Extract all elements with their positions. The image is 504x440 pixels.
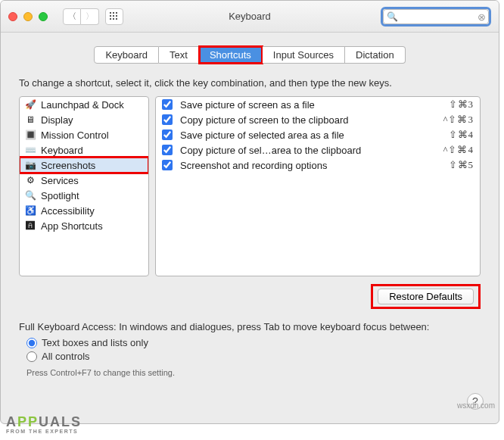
shortcut-row[interactable]: Copy picture of sel…area to the clipboar… bbox=[156, 142, 480, 158]
svg-rect-5 bbox=[116, 15, 117, 17]
category-label: Spotlight bbox=[41, 190, 79, 201]
search-input[interactable] bbox=[383, 9, 489, 24]
shortcut-keys[interactable]: ⇧⌘3 bbox=[449, 98, 474, 111]
shortcut-row[interactable]: Save picture of selected area as a file⇧… bbox=[156, 127, 480, 142]
shortcut-label: Copy picture of sel…area to the clipboar… bbox=[180, 145, 443, 156]
shortcut-keys[interactable]: ⇧⌘4 bbox=[449, 129, 474, 141]
category-label: Accessibility bbox=[41, 205, 95, 217]
svg-rect-8 bbox=[116, 18, 117, 20]
titlebar: 〈 〉 Keyboard 🔍 ⊗ bbox=[1, 1, 499, 33]
category-keyboard[interactable]: ⌨️Keyboard bbox=[20, 142, 148, 158]
fka-option-label: All controls bbox=[42, 351, 90, 362]
svg-rect-3 bbox=[110, 15, 111, 17]
category-spotlight[interactable]: 🔍Spotlight bbox=[20, 188, 148, 203]
tab-input-sources[interactable]: Input Sources bbox=[263, 46, 345, 64]
fka-radio[interactable] bbox=[26, 338, 37, 348]
logo-sub: FROM THE EXPERTS bbox=[6, 429, 82, 434]
attribution: wsxdn.com bbox=[457, 401, 495, 410]
zoom-window-icon[interactable] bbox=[39, 12, 48, 21]
category-label: Mission Control bbox=[41, 130, 109, 141]
shortcut-row[interactable]: Save picture of screen as a file⇧⌘3 bbox=[156, 97, 480, 112]
category-label: Display bbox=[41, 114, 73, 126]
screenshots-icon: 📷 bbox=[24, 159, 36, 171]
shortcut-label: Save picture of selected area as a file bbox=[180, 130, 449, 141]
search-wrap: 🔍 ⊗ bbox=[381, 7, 491, 27]
category-label: Services bbox=[41, 175, 79, 186]
category-display[interactable]: 🖥Display bbox=[20, 112, 148, 127]
tab-keyboard[interactable]: Keyboard bbox=[94, 46, 159, 64]
logo-green: PP bbox=[17, 414, 39, 429]
shortcut-keys[interactable]: ^⇧⌘3 bbox=[443, 114, 474, 126]
category-services[interactable]: ⚙Services bbox=[20, 173, 148, 188]
fka-hint: Press Control+F7 to change this setting. bbox=[26, 368, 481, 377]
svg-rect-2 bbox=[116, 12, 117, 14]
shortcut-checkbox[interactable] bbox=[162, 114, 173, 125]
logo: APPUALS FROM THE EXPERTS bbox=[6, 414, 82, 434]
shortcut-keys[interactable]: ^⇧⌘4 bbox=[443, 144, 474, 156]
fka-radio[interactable] bbox=[26, 351, 37, 362]
spotlight-icon: 🔍 bbox=[24, 189, 36, 201]
minimize-window-icon[interactable] bbox=[23, 12, 33, 21]
fka-option[interactable]: Text boxes and lists only bbox=[26, 337, 481, 348]
clear-search-icon[interactable]: ⊗ bbox=[478, 11, 486, 22]
category-screenshots[interactable]: 📷Screenshots bbox=[20, 158, 148, 173]
keyboard-icon: ⌨️ bbox=[24, 144, 36, 156]
close-window-icon[interactable] bbox=[8, 12, 17, 21]
full-keyboard-access-label: Full Keyboard Access: In windows and dia… bbox=[19, 321, 481, 332]
shortcut-checkbox[interactable] bbox=[162, 145, 173, 155]
accessibility-icon: ♿ bbox=[24, 204, 36, 217]
back-button[interactable]: 〈 bbox=[63, 8, 81, 25]
svg-rect-7 bbox=[113, 18, 114, 20]
shortcut-label: Save picture of screen as a file bbox=[180, 99, 449, 111]
mission-control-icon: 🔳 bbox=[24, 129, 36, 141]
category-mission-control[interactable]: 🔳Mission Control bbox=[20, 127, 148, 142]
category-list[interactable]: 🚀Launchpad & Dock🖥Display🔳Mission Contro… bbox=[19, 96, 149, 276]
window-title: Keyboard bbox=[229, 11, 271, 22]
svg-rect-0 bbox=[110, 12, 111, 14]
app-shortcuts-icon: 🅰 bbox=[24, 220, 36, 232]
window-controls bbox=[8, 12, 48, 21]
svg-rect-6 bbox=[110, 18, 111, 20]
restore-defaults-button[interactable]: Restore Defaults bbox=[378, 289, 474, 304]
shortcut-label: Copy picture of screen to the clipboard bbox=[180, 114, 443, 126]
logo-post: UALS bbox=[39, 414, 82, 429]
fka-option-label: Text boxes and lists only bbox=[42, 337, 148, 348]
tab-shortcuts[interactable]: Shortcuts bbox=[199, 46, 263, 64]
launchpad-dock-icon: 🚀 bbox=[24, 98, 36, 111]
search-icon: 🔍 bbox=[387, 11, 398, 22]
display-icon: 🖥 bbox=[24, 114, 36, 126]
grid-icon bbox=[110, 12, 119, 21]
svg-rect-1 bbox=[113, 12, 114, 14]
shortcut-checkbox[interactable] bbox=[162, 99, 173, 110]
shortcut-row[interactable]: Screenshot and recording options⇧⌘5 bbox=[156, 158, 480, 173]
forward-button: 〉 bbox=[81, 8, 99, 25]
instruction-text: To change a shortcut, select it, click t… bbox=[19, 77, 481, 89]
shortcut-checkbox[interactable] bbox=[162, 160, 173, 170]
tab-bar: KeyboardTextShortcutsInput SourcesDictat… bbox=[19, 46, 481, 64]
category-label: Keyboard bbox=[41, 145, 83, 156]
shortcut-checkbox[interactable] bbox=[162, 130, 173, 140]
category-label: Screenshots bbox=[41, 160, 95, 171]
shortcut-row[interactable]: Copy picture of screen to the clipboard^… bbox=[156, 112, 480, 127]
shortcut-label: Screenshot and recording options bbox=[180, 160, 449, 171]
category-app-shortcuts[interactable]: 🅰App Shortcuts bbox=[20, 218, 148, 233]
category-label: Launchpad & Dock bbox=[41, 99, 124, 111]
category-label: App Shortcuts bbox=[41, 220, 103, 232]
nav-buttons: 〈 〉 bbox=[63, 8, 99, 25]
shortcut-list[interactable]: Save picture of screen as a file⇧⌘3Copy … bbox=[155, 96, 481, 276]
services-icon: ⚙ bbox=[24, 174, 36, 186]
shortcut-keys[interactable]: ⇧⌘5 bbox=[449, 159, 474, 171]
logo-pre: A bbox=[6, 414, 17, 429]
tab-dictation[interactable]: Dictation bbox=[345, 46, 406, 64]
category-launchpad-dock[interactable]: 🚀Launchpad & Dock bbox=[20, 97, 148, 112]
restore-highlight: Restore Defaults bbox=[371, 284, 481, 309]
show-all-button[interactable] bbox=[105, 8, 123, 25]
tab-text[interactable]: Text bbox=[159, 46, 199, 64]
fka-option[interactable]: All controls bbox=[26, 351, 481, 362]
category-accessibility[interactable]: ♿Accessibility bbox=[20, 203, 148, 218]
svg-rect-4 bbox=[113, 15, 114, 17]
